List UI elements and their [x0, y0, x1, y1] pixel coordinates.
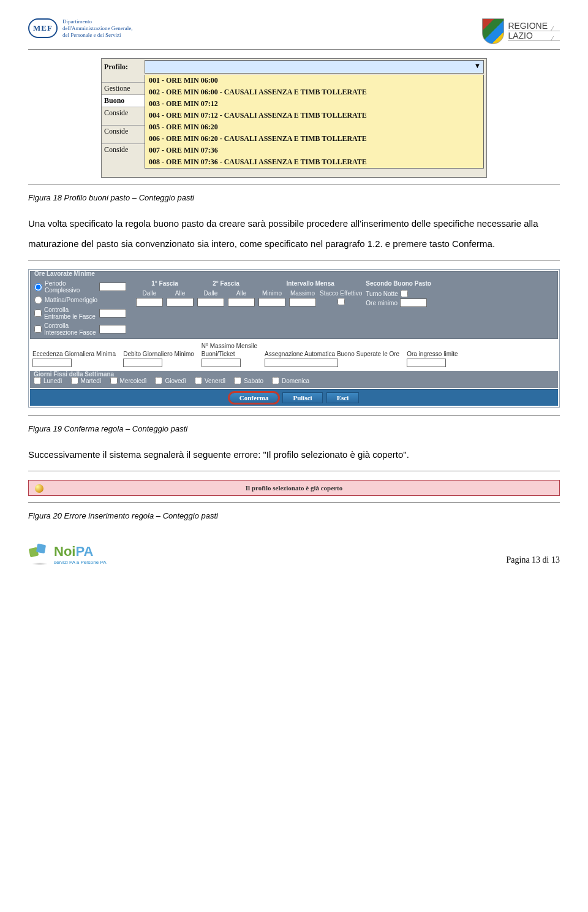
noipa-text: NoiPA servizi PA a Persone PA: [54, 544, 107, 565]
esci-button[interactable]: Esci: [326, 392, 360, 403]
turno-notte-check[interactable]: Turno Notte: [366, 290, 407, 297]
profilo-option[interactable]: 001 - ORE MIN 06:00: [145, 75, 483, 86]
checkbox-input[interactable]: [272, 377, 279, 384]
profilo-side-labels: Gestione Buono Conside Conside Conside: [102, 82, 145, 162]
noipa-main: NoiPA: [54, 544, 107, 560]
nmax-cell: N° Massimo MensileBuoni/Ticket: [202, 343, 257, 367]
divider: [28, 415, 560, 416]
profilo-select[interactable]: [145, 60, 484, 74]
eccedenza-input[interactable]: [32, 359, 72, 367]
assegnaz-input[interactable]: [265, 359, 338, 367]
orain-cell: Ora ingresso limite: [407, 351, 458, 367]
day-check[interactable]: Mercoledì: [110, 377, 147, 384]
label-text: Ore minimo: [366, 300, 398, 306]
day-check[interactable]: Domenica: [272, 377, 309, 384]
pulisci-button[interactable]: Pulisci: [282, 392, 322, 403]
lazio-line: LAZIO: [508, 31, 560, 41]
mef-logo-block: MEF Dipartimento dell'Amministrazione Ge…: [28, 18, 133, 38]
profilo-option[interactable]: 002 - ORE MIN 06:00 - CAUSALI ASSENZA E …: [145, 86, 483, 98]
conferma-button[interactable]: Conferma: [229, 392, 279, 403]
mef-line: Dipartimento: [62, 18, 133, 25]
fascia1-dalle-input[interactable]: [136, 298, 163, 306]
ore-lavorate-fieldset: Ore Lavorate Minime Periodo Complessivo …: [30, 271, 558, 339]
intersez-input[interactable]: [99, 325, 126, 333]
label-text: Massimo: [290, 290, 315, 297]
eccedenza-cell: Eccedenza Giornaliera Minima: [32, 351, 116, 367]
figure-caption: Figura 20 Errore inserimento regola – Co…: [28, 511, 560, 520]
label-text: Assegnazione Automatica Buono Superate l…: [265, 351, 399, 357]
periodo-radio[interactable]: Periodo Complessivo: [34, 280, 126, 294]
radio-input[interactable]: [34, 283, 42, 291]
fascia2-dalle-input[interactable]: [197, 298, 224, 306]
label-text: Mattina/Pomeriggio: [45, 297, 97, 303]
checkbox-input[interactable]: [195, 377, 202, 384]
label-text: Lunedì: [43, 378, 62, 384]
profilo-option[interactable]: 008 - ORE MIN 07:36 - CAUSALI ASSENZA E …: [145, 156, 483, 168]
orain-input[interactable]: [407, 359, 446, 367]
profilo-option[interactable]: 005 - ORE MIN 06:20: [145, 121, 483, 133]
lazio-line: REGIONE: [508, 21, 560, 31]
label-text: Dalle: [204, 290, 218, 297]
minimo-input[interactable]: [258, 298, 285, 306]
label-text: Controlla Intersezione Fasce: [44, 322, 97, 336]
checkbox-input[interactable]: [34, 310, 42, 317]
day-check[interactable]: Giovedì: [155, 377, 186, 384]
figure-caption: Figura 18 Profilo buoni pasto – Conteggi…: [28, 193, 560, 202]
massimo-input[interactable]: [289, 298, 316, 306]
checkbox-input[interactable]: [401, 290, 408, 297]
periodo-input[interactable]: [99, 283, 126, 291]
lazio-crest-icon: [482, 18, 504, 44]
side-label: Gestione: [102, 82, 145, 94]
entrambe-input[interactable]: [99, 309, 126, 317]
doc-header: MEF Dipartimento dell'Amministrazione Ge…: [28, 18, 560, 44]
profilo-option[interactable]: 003 - ORE MIN 07:12: [145, 98, 483, 110]
fieldset-title: Giorni Fissi della Settimana: [34, 371, 114, 378]
day-check[interactable]: Martedì: [71, 377, 102, 384]
day-check[interactable]: Venerdì: [195, 377, 225, 384]
entrambe-check[interactable]: Controlla Entrambe le Fasce: [34, 306, 126, 320]
fascia2-col: 2° Fascia Dalle Alle: [197, 280, 255, 307]
checkbox-input[interactable]: [234, 377, 241, 384]
checkbox-input[interactable]: [71, 377, 78, 384]
checkbox-input[interactable]: [34, 325, 42, 333]
day-check[interactable]: Lunedì: [34, 377, 62, 384]
torn-edge-icon: [102, 169, 486, 177]
intersez-check[interactable]: Controlla Intersezione Fasce: [34, 322, 126, 336]
noipa-sub: servizi PA a Persone PA: [54, 560, 107, 565]
ore-minimo-row: Ore minimo: [366, 298, 427, 307]
profilo-option[interactable]: 006 - ORE MIN 06:20 - CAUSALI ASSENZA E …: [145, 133, 483, 145]
day-check[interactable]: Sabato: [234, 377, 263, 384]
checkbox-input[interactable]: [110, 377, 118, 384]
button-bar: Conferma Pulisci Esci: [30, 389, 558, 406]
profilo-label: Profilo:: [102, 61, 145, 73]
figure-form: Ore Lavorate Minime Periodo Complessivo …: [28, 269, 560, 408]
mattina-radio[interactable]: Mattina/Pomeriggio: [34, 296, 126, 304]
label-text: N° Massimo Mensile: [202, 343, 257, 349]
mef-line: dell'Amministrazione Generale,: [62, 25, 133, 32]
fieldset-title: Ore Lavorate Minime: [34, 270, 95, 277]
fascia2-alle-input[interactable]: [228, 298, 255, 306]
label-text: Giovedì: [165, 378, 186, 384]
lazio-logo-block: REGIONE LAZIO: [482, 18, 560, 44]
profilo-dropdown-list[interactable]: 001 - ORE MIN 06:00 002 - ORE MIN 06:00 …: [145, 75, 484, 169]
label-text: Buoni/Ticket: [202, 351, 257, 357]
nmax-input[interactable]: [202, 359, 241, 367]
warning-icon: [35, 484, 43, 493]
ore-minimo-input[interactable]: [400, 298, 427, 307]
checkbox-input[interactable]: [155, 377, 162, 384]
side-label: Conside: [102, 125, 145, 143]
label-text: Turno Notte: [366, 291, 398, 297]
radio-input[interactable]: [34, 296, 42, 304]
body-paragraph: Una volta specificato la regola buono pa…: [28, 213, 560, 254]
profilo-option[interactable]: 004 - ORE MIN 07:12 - CAUSALI ASSENZA E …: [145, 110, 483, 121]
noipa-logo: NoiPA servizi PA a Persone PA: [28, 544, 107, 565]
profilo-option[interactable]: 007 - ORE MIN 07:36: [145, 145, 483, 156]
doc-footer: NoiPA servizi PA a Persone PA Pagina 13 …: [0, 544, 588, 582]
divider: [28, 471, 560, 471]
checkbox-input[interactable]: [34, 377, 41, 384]
divider: [28, 49, 560, 50]
debito-input[interactable]: [123, 359, 162, 367]
col-title: 1° Fascia: [151, 280, 178, 287]
fascia1-alle-input[interactable]: [167, 298, 194, 306]
stacco-check[interactable]: [337, 298, 345, 305]
